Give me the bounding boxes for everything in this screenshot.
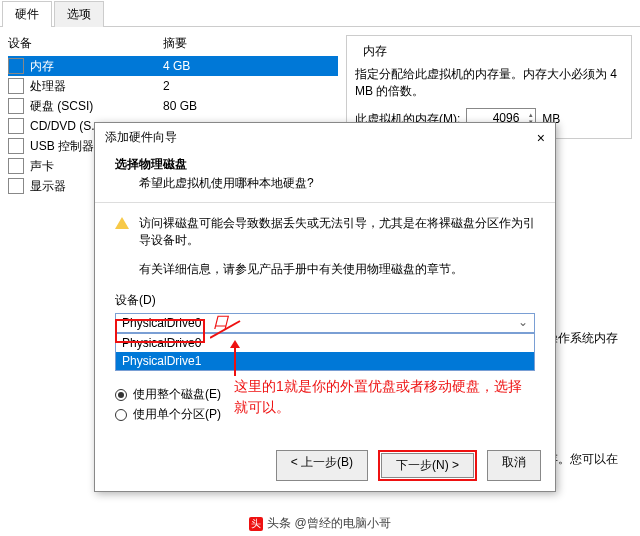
wizard-subheader: 希望此虚拟机使用哪种本地硬盘? [115,175,535,192]
device-option-1[interactable]: PhysicalDrive1 [116,352,534,370]
add-hardware-wizard: 添加硬件向导 × 选择物理磁盘 希望此虚拟机使用哪种本地硬盘? 访问裸磁盘可能会… [94,122,556,492]
cpu-icon [8,78,24,94]
close-icon[interactable]: × [537,130,545,146]
display-icon [8,178,24,194]
toutiao-icon: 头 [249,517,263,531]
device-value: 2 [163,79,338,93]
wizard-warning: 访问裸磁盘可能会导致数据丢失或无法引导，尤其是在将裸磁盘分区作为引导设备时。 [139,215,535,249]
device-name: 处理器 [30,78,163,95]
device-label: 设备(D) [115,292,535,309]
next-button[interactable]: 下一步(N) > [381,453,474,478]
radio-icon [115,409,127,421]
annotation-arrow [234,344,236,376]
wizard-info: 有关详细信息，请参见产品手册中有关使用物理磁盘的章节。 [139,261,535,278]
bg-fragment-1: 操作系统内存 [546,330,618,347]
col-device: 设备 [8,35,163,52]
wizard-title: 添加硬件向导 [105,129,177,146]
back-button[interactable]: < 上一步(B) [276,450,368,481]
memory-icon [8,58,24,74]
cancel-button[interactable]: 取消 [487,450,541,481]
memory-group-title: 内存 [359,43,391,60]
device-value: 80 GB [163,99,338,113]
warning-icon [115,217,129,229]
usb-icon [8,138,24,154]
radio-icon [115,389,127,401]
device-value: 4 GB [163,59,338,73]
tab-options[interactable]: 选项 [54,1,104,27]
annotation-text: 这里的1就是你的外置优盘或者移动硬盘，选择就可以。 [234,376,524,418]
wizard-header: 选择物理磁盘 [115,157,187,171]
annotation-slash-label: 口 [213,312,229,333]
annotation-box [115,319,205,343]
device-row[interactable]: 处理器2 [8,76,338,96]
sound-icon [8,158,24,174]
device-name: 硬盘 (SCSI) [30,98,163,115]
bg-fragment-2: 存。您可以在 [546,451,618,468]
tab-hardware[interactable]: 硬件 [2,1,52,27]
device-row[interactable]: 硬盘 (SCSI)80 GB [8,96,338,116]
device-name: 内存 [30,58,163,75]
memory-desc: 指定分配给此虚拟机的内存量。内存大小必须为 4 MB 的倍数。 [355,66,623,100]
col-summary: 摘要 [163,35,338,52]
device-row[interactable]: 内存4 GB [8,56,338,76]
disk-icon [8,98,24,114]
footer-attribution: 头头条 @曾经的电脑小哥 [0,515,640,532]
cd-icon [8,118,24,134]
